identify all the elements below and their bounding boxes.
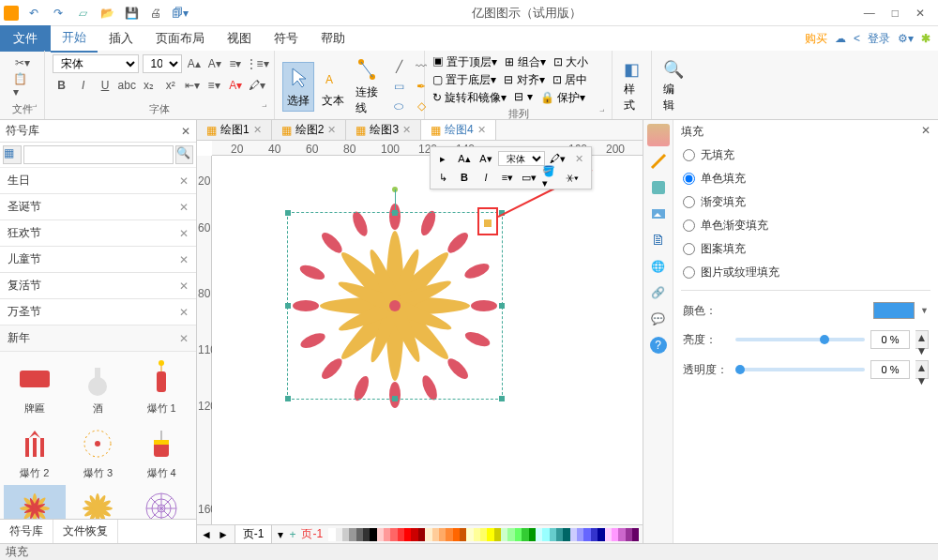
rp-comment-icon[interactable]: 💬 xyxy=(647,308,670,330)
ft-font-combo[interactable]: 宋体 xyxy=(498,151,545,166)
settings-icon[interactable]: ⚙▾ xyxy=(898,32,914,45)
protect-button[interactable]: 🔒 保护▾ xyxy=(540,90,585,106)
radio-mono-gradient[interactable] xyxy=(683,219,695,232)
italic-button[interactable]: I xyxy=(74,77,92,94)
close-button[interactable]: ✕ xyxy=(915,7,925,20)
group-button[interactable]: ⊞ 组合▾ xyxy=(505,54,545,70)
rp-image-icon[interactable] xyxy=(647,203,670,225)
tab-recovery[interactable]: 文件恢复 xyxy=(53,520,118,543)
cat-halloween[interactable]: 万圣节✕ xyxy=(0,299,196,325)
opacity-spinner[interactable]: ▲▼ xyxy=(915,360,929,379)
brightness-spinner[interactable]: ▲▼ xyxy=(915,330,929,349)
radio-gradient[interactable] xyxy=(683,196,695,208)
page-prev[interactable]: ◄ xyxy=(201,528,212,541)
opacity-slider[interactable] xyxy=(735,368,865,371)
edit-button[interactable]: 🔍编辑 xyxy=(659,57,688,115)
rp-layer-icon[interactable]: 🌐 xyxy=(647,255,670,278)
bring-front[interactable]: ▣ 置于顶层▾ xyxy=(432,54,497,70)
open-icon[interactable]: 📂 xyxy=(98,5,116,22)
strike-button[interactable]: abc xyxy=(118,77,136,94)
ft-fill[interactable]: 🪣▾ xyxy=(541,169,560,186)
undo-icon[interactable]: ↶ xyxy=(24,5,43,22)
brightness-slider[interactable] xyxy=(735,338,865,341)
menu-home[interactable]: 开始 xyxy=(51,24,98,53)
minimize-button[interactable]: — xyxy=(864,7,875,20)
color-swatch[interactable] xyxy=(873,302,915,319)
cat-children[interactable]: 儿童节✕ xyxy=(0,247,196,273)
export-icon[interactable]: 🗐▾ xyxy=(171,5,189,22)
menu-layout[interactable]: 页面布局 xyxy=(144,25,216,52)
new-icon[interactable]: ▱ xyxy=(73,5,92,22)
ft-more[interactable]: ⚹▾ xyxy=(563,169,582,186)
rotate-button[interactable]: ↻ 旋转和镜像▾ xyxy=(432,90,507,106)
distribute-button[interactable]: ⊟ ▾ xyxy=(514,90,532,106)
paste-icon[interactable]: 📋▾ xyxy=(13,77,32,94)
save-icon[interactable]: 💾 xyxy=(122,5,141,22)
style-button[interactable]: ◧样式 xyxy=(620,57,643,115)
ft-grow[interactable]: A▴ xyxy=(455,150,474,167)
font-color-icon[interactable]: A▾ xyxy=(227,77,245,94)
rp-help-icon[interactable]: ? xyxy=(647,334,670,356)
rp-shadow-icon[interactable] xyxy=(647,176,670,199)
shape-firecracker4[interactable]: 爆竹 4 xyxy=(130,420,192,483)
shape-firecracker3[interactable]: 爆竹 3 xyxy=(68,420,129,483)
shape-firework2[interactable]: 烟花 2 xyxy=(68,485,129,519)
shape-firecracker2[interactable]: 爆竹 2 xyxy=(4,420,66,483)
send-back[interactable]: ▢ 置于底层▾ xyxy=(432,72,496,88)
shrink-font-icon[interactable]: A▾ xyxy=(206,55,223,72)
library-icon[interactable]: ▦ xyxy=(3,145,22,164)
page-next[interactable]: ► xyxy=(218,528,229,541)
doc-tab-3[interactable]: ▦绘图3✕ xyxy=(346,120,421,140)
menu-insert[interactable]: 插入 xyxy=(98,25,144,52)
font-size-combo[interactable]: 10 xyxy=(143,54,182,73)
size-button[interactable]: ⊡ 大小 xyxy=(553,54,588,70)
line-spacing-icon[interactable]: ≡▾ xyxy=(227,55,244,72)
maximize-button[interactable]: □ xyxy=(892,7,899,20)
bold-button[interactable]: B xyxy=(53,77,70,94)
ft-pointer[interactable]: ▸ xyxy=(433,150,452,167)
align-icon[interactable]: ≡▾ xyxy=(204,77,222,94)
grow-font-icon[interactable]: A▴ xyxy=(186,55,203,72)
tab-symbols[interactable]: 符号库 xyxy=(0,520,53,543)
close-symbol-panel[interactable]: ✕ xyxy=(181,125,190,138)
menu-help[interactable]: 帮助 xyxy=(310,25,356,52)
floating-toolbar[interactable]: ▸ A▴ A▾ 宋体 🖍▾ ✕ ↳ B I ≡▾ ▭▾ 🪣▾ ⚹ xyxy=(430,146,592,189)
rp-close[interactable]: ✕ xyxy=(921,124,930,140)
menu-file[interactable]: 文件 xyxy=(0,25,51,52)
shape-firework1[interactable]: 烟花 1 xyxy=(4,485,66,519)
search-icon[interactable]: 🔍 xyxy=(175,145,194,164)
shape-plaque[interactable]: 牌匾 xyxy=(4,356,66,418)
page-dropdown[interactable]: ▾ xyxy=(278,528,283,541)
sub-button[interactable]: x₂ xyxy=(140,77,158,94)
share-icon[interactable]: < xyxy=(854,32,860,45)
doc-tab-2[interactable]: ▦绘图2✕ xyxy=(272,120,347,140)
radio-solid[interactable] xyxy=(683,173,695,185)
radio-texture[interactable] xyxy=(683,266,695,279)
cat-easter[interactable]: 复活节✕ xyxy=(0,273,196,299)
symbol-search-input[interactable] xyxy=(23,145,174,164)
page-tab-1[interactable]: 页-1 xyxy=(234,524,273,544)
line-tool[interactable]: ╱ xyxy=(389,58,408,75)
add-page[interactable]: + xyxy=(289,528,295,541)
ft-bold[interactable]: B xyxy=(455,169,474,186)
doc-tab-1[interactable]: ▦绘图1✕ xyxy=(197,120,272,140)
rp-fill-icon[interactable] xyxy=(647,124,670,146)
menu-symbol[interactable]: 符号 xyxy=(263,25,310,52)
center-button[interactable]: ⊡ 居中 xyxy=(552,72,587,88)
sup-button[interactable]: x² xyxy=(161,77,179,94)
drawing-canvas[interactable]: ▸ A▴ A▾ 宋体 🖍▾ ✕ ↳ B I ≡▾ ▭▾ 🪣▾ ⚹ xyxy=(212,156,643,524)
cloud-icon[interactable]: ☁ xyxy=(835,32,846,45)
login-link[interactable]: 登录 xyxy=(868,31,890,47)
font-name-combo[interactable]: 宋体 xyxy=(53,54,139,73)
radio-pattern[interactable] xyxy=(683,243,695,255)
bullets-icon[interactable]: ⋮≡▾ xyxy=(248,55,266,72)
cut-icon[interactable]: ✂▾ xyxy=(13,54,32,71)
align-button[interactable]: ⊟ 对齐▾ xyxy=(504,72,544,88)
brightness-input[interactable] xyxy=(870,330,910,349)
opacity-input[interactable] xyxy=(870,360,910,379)
shape-firecracker1[interactable]: 爆竹 1 xyxy=(130,356,192,418)
print-icon[interactable]: 🖨 xyxy=(146,5,165,22)
radio-nofill[interactable] xyxy=(683,149,695,161)
underline-button[interactable]: U xyxy=(96,77,113,94)
rect-tool[interactable]: ▭ xyxy=(389,78,408,95)
